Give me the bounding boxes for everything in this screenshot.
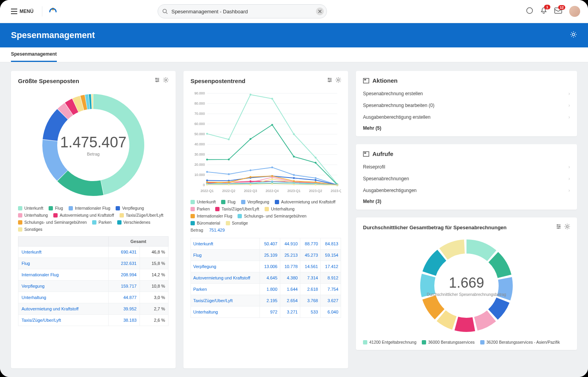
row-name[interactable]: Flug — [18, 258, 109, 269]
card-groesste-spesenposten: Größte Spesenposten 1.475.407 Betrag Unt… — [11, 71, 176, 368]
card1-filter-button[interactable] — [154, 77, 160, 84]
legend-swatch — [215, 207, 220, 211]
row-value: 13.006 — [260, 261, 280, 272]
row-name[interactable]: Unterhaltung — [18, 292, 109, 303]
legend-item[interactable]: Internationaler Flug — [191, 214, 232, 218]
notification-count-badge: 1 — [544, 5, 550, 9]
notifications-button[interactable]: 1 — [540, 7, 547, 16]
dashboard-content: Größte Spesenposten 1.475.407 Betrag Unt… — [0, 62, 588, 377]
card1-settings-button[interactable] — [163, 77, 169, 84]
svg-point-112 — [250, 183, 252, 185]
legend-label: Büromaterial — [197, 221, 220, 225]
legend-item[interactable]: Taxis/Züge/Uber/Lyft — [215, 207, 259, 211]
card3-settings-button[interactable] — [564, 224, 570, 231]
avatar[interactable] — [569, 6, 580, 17]
legend-label: Schulungs- und Seminargebühren — [24, 220, 87, 225]
svg-point-122 — [559, 226, 561, 227]
views-more[interactable]: Mehr (3) — [363, 199, 570, 204]
legend-label: Verpflegung — [247, 199, 269, 204]
legend-item[interactable]: Autovermietung und Kraftstoff — [275, 199, 336, 204]
action-item[interactable]: Spesenabrechnung erstellen› — [363, 88, 570, 100]
legend-item[interactable]: Flug — [49, 206, 63, 210]
row-name[interactable]: Unterkunft — [18, 246, 109, 258]
view-item[interactable]: Ausgabenberechtigungen› — [363, 185, 570, 196]
row-value: 3.768 — [300, 295, 321, 306]
row-name[interactable]: Unterhaltung — [191, 306, 260, 318]
clear-search-button[interactable] — [316, 7, 324, 15]
svg-point-111 — [228, 183, 230, 185]
legend-item[interactable]: 36000 Beratungsservices — [422, 340, 475, 344]
legend-item[interactable]: 36200 Beratungsservices - Asien/Pazifik — [480, 340, 560, 344]
legend-item[interactable]: Verpflegung — [241, 199, 269, 204]
app-logo[interactable] — [42, 6, 58, 16]
svg-point-99 — [271, 181, 273, 183]
legend-item[interactable]: Internationaler Flug — [69, 206, 110, 210]
search-input[interactable]: Spesenmanagement - Dashboard — [158, 4, 327, 18]
legend-swatch — [120, 213, 124, 218]
legend-item[interactable]: Verpflegung — [116, 206, 144, 210]
legend-item[interactable]: Schulungs- und Seminargebühren — [238, 214, 306, 218]
menu-button[interactable]: MENÜ — [8, 7, 36, 16]
row-name[interactable]: Flug — [191, 250, 260, 261]
actions-more[interactable]: Mehr (5) — [363, 125, 570, 131]
row-name[interactable]: Autovermietung und Kraftstoff — [18, 303, 109, 315]
svg-text:2022-Q2: 2022-Q2 — [222, 189, 236, 193]
legend-item[interactable]: Schulungs- und Seminargebühren — [18, 220, 87, 225]
page-settings-button[interactable] — [570, 31, 577, 40]
legend-item[interactable]: Sonstige — [226, 221, 248, 225]
row-name[interactable]: Parken — [191, 284, 260, 295]
row-name[interactable]: Taxis/Züge/Uber/Lyft — [191, 295, 260, 306]
chat-button[interactable] — [526, 7, 533, 16]
row-amount: 690.431 — [108, 246, 140, 258]
row-name[interactable]: Verpflegung — [191, 261, 260, 272]
legend-item[interactable]: 41200 Entgeltabrechnung — [363, 340, 416, 344]
table-row: Unterhaltung44.8773,0 % — [18, 292, 169, 303]
legend-swatch — [221, 200, 225, 204]
legend-item[interactable]: Taxis/Züge/Uber/Lyft — [120, 213, 163, 218]
row-pct: 46,8 % — [140, 246, 169, 258]
legend-item[interactable]: Büromaterial — [191, 221, 220, 225]
row-name[interactable]: Unterkunft — [191, 238, 260, 250]
legend-label: 36200 Beratungsservices - Asien/Pazifik — [486, 340, 560, 344]
row-name[interactable]: Verpflegung — [18, 281, 109, 292]
legend-item[interactable]: Verschiedenes — [117, 220, 151, 225]
row-name[interactable]: Autovermietung und Kraftstoff — [191, 272, 260, 284]
row-name[interactable]: Taxis/Züge/Uber/Lyft — [18, 315, 109, 326]
legend-item[interactable]: Unterhaltung — [18, 213, 48, 218]
legend-item[interactable]: Flug — [221, 199, 235, 204]
svg-point-113 — [271, 183, 273, 185]
svg-point-8 — [165, 79, 167, 81]
row-name[interactable]: Internationaler Flug — [18, 269, 109, 281]
legend-swatch — [422, 340, 426, 344]
row-value: 1.644 — [280, 284, 300, 295]
close-icon — [318, 10, 321, 13]
legend-swatch — [191, 221, 195, 225]
card2-settings-button[interactable] — [336, 77, 341, 84]
action-item[interactable]: Ausgabenberechtigung erstellen› — [363, 111, 570, 123]
legend-item[interactable]: Parken — [191, 207, 210, 211]
svg-point-11 — [329, 81, 330, 82]
svg-text:90.000: 90.000 — [194, 91, 205, 95]
list-item-label: Spesenabrechnungen — [363, 176, 409, 181]
legend-item[interactable]: Unterkunft — [191, 199, 216, 204]
action-item[interactable]: Spesenabrechnung bearbeiten (0)› — [363, 100, 570, 111]
legend-item[interactable]: Autovermietung und Kraftstoff — [53, 213, 114, 218]
legend-item[interactable]: Unterkunft — [18, 206, 43, 210]
legend-item[interactable]: Sonstiges — [18, 227, 42, 232]
card2-filter-button[interactable] — [327, 77, 332, 84]
actions-title: Aktionen — [372, 77, 397, 84]
row-value: 4.380 — [280, 272, 300, 284]
betrag-label: Betrag — [191, 228, 203, 232]
view-item[interactable]: Reiseprofil› — [363, 161, 570, 173]
actions-icon — [363, 78, 369, 83]
legend-item[interactable]: Parken — [92, 220, 111, 225]
legend-item[interactable]: Unterhaltung — [265, 207, 294, 211]
tab-spesenmanagement[interactable]: Spesenmanagement — [11, 47, 57, 62]
inbox-button[interactable]: 12 — [554, 7, 562, 15]
row-value: 533 — [300, 306, 321, 318]
row-amount: 39.952 — [108, 303, 140, 315]
view-item[interactable]: Spesenabrechnungen› — [363, 173, 570, 185]
card3-filter-button[interactable] — [556, 224, 561, 231]
svg-text:10.000: 10.000 — [194, 173, 205, 177]
svg-text:0: 0 — [203, 183, 205, 187]
